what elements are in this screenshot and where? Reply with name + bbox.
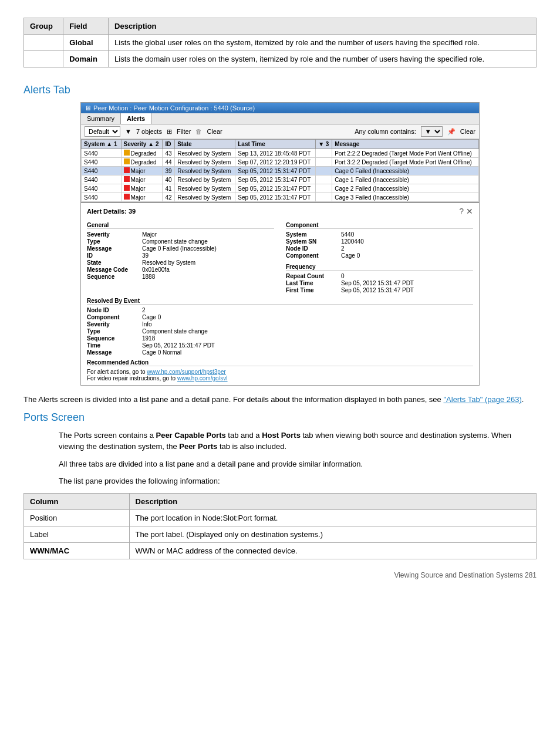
col-system: System ▲ 1	[82, 140, 122, 149]
detail-left: General Severity Major Type Component st…	[87, 220, 274, 294]
ports-table-row: Position The port location in Node:Slot:…	[24, 509, 537, 526]
label-state: State	[87, 259, 140, 266]
resolved-row-sequence: Sequence 1918	[87, 335, 473, 342]
default-select[interactable]: Default	[85, 126, 120, 137]
resolved-label-component: Component	[87, 314, 140, 320]
detail-row-state: State Resolved by System	[87, 259, 274, 266]
alert-row-selected[interactable]: S440 Major 39 Resolved by System Sep 05,…	[82, 167, 479, 175]
cell-state: Resolved by System	[175, 167, 235, 175]
alerts-body-suffix: .	[522, 395, 524, 404]
alert-list-table: System ▲ 1 Severity ▲ 2 ID State Last Ti…	[81, 139, 479, 202]
port-col-desc: The port label. (Displayed only on desti…	[129, 526, 536, 542]
col-description: Description	[129, 493, 536, 509]
filter-icon: ⊞	[167, 128, 172, 136]
alerts-body-link[interactable]: "Alerts Tab" (page 263)	[443, 395, 521, 404]
resolved-label-sequence: Sequence	[87, 335, 140, 342]
detail-row-lasttime: Last Time Sep 05, 2012 15:31:47 PDT	[286, 280, 473, 286]
value-component: Cage 0	[341, 252, 360, 259]
resolved-row-nodeid: Node ID 2	[87, 307, 473, 313]
col-severity: Severity ▲ 2	[121, 140, 163, 149]
cell-message: Cage 0 Failed (Inaccessible)	[332, 167, 479, 175]
cell-system: S440	[82, 175, 122, 184]
clear-toolbar-button[interactable]: Clear	[207, 128, 222, 135]
value-lasttime: Sep 05, 2012 15:31:47 PDT	[341, 280, 414, 286]
close-icon[interactable]: ✕	[466, 207, 473, 216]
cell-message: Port 3:2:2 Degraded (Target Mode Port We…	[332, 158, 479, 167]
footer-text: Viewing Source and Destination Systems 2…	[394, 571, 537, 579]
alert-row[interactable]: S440 Major 41 Resolved by System Sep 05,…	[82, 184, 479, 193]
value-id: 39	[142, 252, 149, 259]
ports-screen-heading: Ports Screen	[23, 411, 537, 424]
resolved-row-type: Type Component state change	[87, 328, 473, 335]
screenshot-titlebar: 🖥 Peer Motion : Peer Motion Configuratio…	[81, 103, 479, 113]
alerts-body-prefix: The Alerts screen is divided into a list…	[23, 395, 441, 404]
alert-row[interactable]: S440 Degraded 44 Resolved by System Sep …	[82, 158, 479, 167]
ports-table-row: WWN/MAC WWN or MAC address of the connec…	[24, 542, 537, 559]
resolved-value-type: Component state change	[142, 328, 208, 335]
recommended-link-1[interactable]: www.hp.com/support/hpst3per	[147, 369, 226, 375]
port-col-desc: The port location in Node:Slot:Port form…	[129, 509, 536, 526]
desc-cell: Lists the global user roles on the syste…	[109, 35, 537, 51]
help-icon[interactable]: ?	[459, 207, 464, 216]
alert-row[interactable]: S440 Major 42 Resolved by System Sep 05,…	[82, 193, 479, 202]
cell-lasttime: Sep 05, 2012 15:31:47 PDT	[235, 184, 316, 193]
window-icon: 🖥	[85, 104, 91, 112]
detail-row-id: ID 39	[87, 252, 274, 259]
col-group: Group	[24, 18, 63, 35]
cell-state: Resolved by System	[175, 175, 235, 184]
object-count: ▼	[125, 128, 131, 135]
col-column: Column	[24, 493, 130, 509]
cell-severity: Major	[121, 193, 163, 202]
detail-row-repeatcount: Repeat Count 0	[286, 273, 473, 279]
recommended-link-2[interactable]: www.hp.com/go/svl	[177, 375, 228, 382]
component-section-title: Component	[286, 222, 473, 229]
cell-id: 39	[163, 167, 175, 175]
cell-col3	[316, 184, 332, 193]
group-cell	[24, 51, 63, 67]
detail-pane: Alert Details: 39 ? ✕ General Severity M…	[81, 202, 479, 385]
cell-system: S440	[82, 167, 122, 175]
resolved-row-component: Component Cage 0	[87, 314, 473, 320]
screenshot-toolbar: Default ▼ 7 objects ⊞ Filter 🗑 Clear Any…	[81, 124, 479, 139]
ports-body: The Ports screen contains a Peer Capable…	[23, 430, 537, 487]
detail-icons: ? ✕	[459, 207, 473, 216]
tab-alerts[interactable]: Alerts	[121, 113, 151, 124]
recommended-text-1: For alert actions, go to www.hp.com/supp…	[87, 369, 473, 375]
detail-row-severity: Severity Major	[87, 231, 274, 238]
col-sort3: ▼ 3	[316, 140, 332, 149]
detail-row-nodeid: Node ID 2	[286, 245, 473, 252]
label-severity: Severity	[87, 231, 140, 238]
label-msgcode: Message Code	[87, 266, 140, 273]
alerts-tab-heading: Alerts Tab	[23, 84, 537, 96]
resolved-section-title: Resolved By Event	[87, 298, 473, 305]
ports-table: Column Description Position The port loc…	[23, 493, 537, 559]
cell-state: Resolved by System	[175, 193, 235, 202]
resolved-section: Resolved By Event Node ID 2 Component Ca…	[87, 298, 473, 356]
port-col-name: Label	[24, 526, 130, 542]
value-type: Component state change	[142, 238, 208, 245]
filter-button[interactable]: Filter	[177, 128, 191, 135]
alert-row[interactable]: S440 Major 40 Resolved by System Sep 05,…	[82, 175, 479, 184]
resolved-label-type: Type	[87, 328, 140, 335]
toolbar-clear-button[interactable]: Clear	[460, 128, 475, 135]
resolved-row-time: Time Sep 05, 2012 15:31:47 PDT	[87, 342, 473, 349]
cell-state: Resolved by System	[175, 158, 235, 167]
cell-id: 42	[163, 193, 175, 202]
tab-summary[interactable]: Summary	[81, 113, 121, 124]
recommended-text-2: For video repair instructions, go to www…	[87, 375, 473, 382]
detail-row-message: Message Cage 0 Failed (Inaccessible)	[87, 245, 274, 252]
value-system: 5440	[341, 231, 354, 238]
port-col-name: WWN/MAC	[24, 542, 130, 559]
label-nodeid: Node ID	[286, 245, 339, 252]
resolved-label-nodeid: Node ID	[87, 307, 140, 313]
alert-row[interactable]: S440 Degraded 43 Resolved by System Sep …	[82, 149, 479, 158]
label-id: ID	[87, 252, 140, 259]
cell-severity: Degraded	[121, 158, 163, 167]
search-select[interactable]: ▼	[421, 126, 443, 137]
recommended-section-title: Recommended Action	[87, 359, 473, 366]
cell-message: Cage 3 Failed (Inaccessible)	[332, 193, 479, 202]
cell-col3	[316, 149, 332, 158]
resolved-value-component: Cage 0	[142, 314, 161, 320]
table-row: Domain Lists the domain user roles on th…	[24, 51, 537, 67]
bold-peer-capable: Peer Capable Ports	[156, 431, 225, 440]
